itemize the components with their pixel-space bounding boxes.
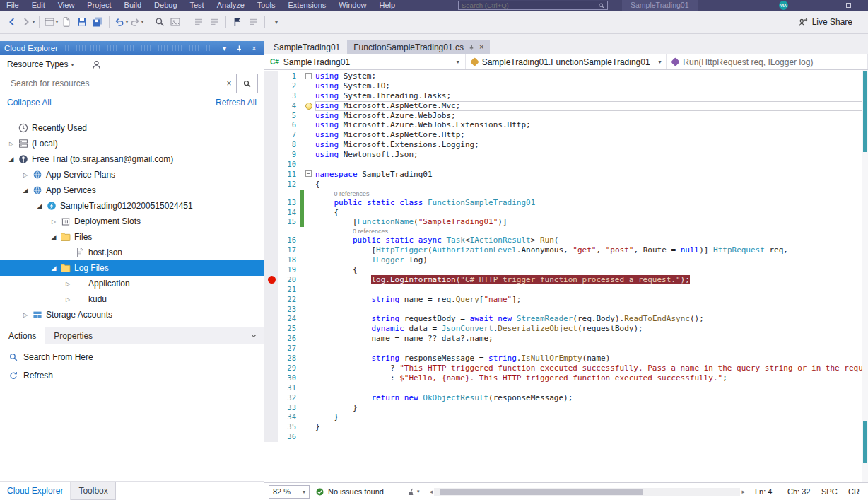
- code-line[interactable]: 10: [264, 160, 862, 170]
- code-line[interactable]: 14 {: [264, 208, 862, 218]
- breakpoint-margin[interactable]: [264, 130, 278, 140]
- cloud-explorer-title-bar[interactable]: Cloud Explorer ▾ ×: [0, 41, 264, 55]
- breakpoint-margin[interactable]: [264, 180, 278, 190]
- save-button[interactable]: [74, 13, 90, 30]
- avatar[interactable]: VIA: [779, 1, 788, 10]
- breakpoint-margin[interactable]: [264, 344, 278, 354]
- close-icon[interactable]: ×: [479, 43, 483, 51]
- code-editor[interactable]: 1−using System;2using System.IO;3using S…: [264, 70, 868, 482]
- breakpoint-margin[interactable]: [264, 354, 278, 364]
- fold-margin[interactable]: [304, 265, 315, 275]
- code-text[interactable]: [HttpTrigger(AuthorizationLevel.Anonymou…: [315, 245, 862, 255]
- tree-item-app-services[interactable]: ◢App Services: [0, 182, 264, 198]
- code-text[interactable]: using Microsoft.Azure.WebJobs;: [315, 111, 862, 121]
- expander-open-icon[interactable]: ◢: [48, 233, 59, 240]
- code-text[interactable]: string responseMessage = string.IsNullOr…: [315, 354, 862, 364]
- document-tab-functionsampletrading01-cs[interactable]: FunctionSampleTrading01.cs×: [347, 40, 490, 54]
- code-text[interactable]: string name = req.Query["name"];: [315, 295, 862, 305]
- fold-margin[interactable]: [304, 334, 315, 344]
- code-text[interactable]: [315, 383, 862, 393]
- breakpoint-margin[interactable]: [264, 170, 278, 180]
- code-line[interactable]: 7using Microsoft.AspNetCore.Http;: [264, 130, 862, 140]
- chevron-down-icon[interactable]: ▾: [71, 62, 74, 68]
- expander-closed-icon[interactable]: ▷: [62, 296, 74, 303]
- breakpoint-margin[interactable]: [264, 81, 278, 91]
- horizontal-scrollbar-track[interactable]: [434, 488, 741, 496]
- code-line[interactable]: 2using System.IO;: [264, 81, 862, 91]
- code-line[interactable]: 13 public static class FunctionSampleTra…: [264, 198, 862, 208]
- code-line[interactable]: 30 : $"Hello, {name}. This HTTP triggere…: [264, 373, 862, 383]
- fold-margin[interactable]: [304, 432, 315, 442]
- breakpoint-margin[interactable]: [264, 334, 278, 344]
- menu-view[interactable]: View: [52, 0, 81, 11]
- fold-margin[interactable]: [304, 364, 315, 373]
- account-person-icon[interactable]: [91, 59, 102, 70]
- vertical-scrollbar-thumb[interactable]: [863, 71, 867, 152]
- breakpoint-margin[interactable]: [264, 432, 278, 442]
- breakpoint-margin[interactable]: [264, 275, 278, 285]
- code-text[interactable]: {: [315, 208, 862, 218]
- menu-help[interactable]: Help: [373, 0, 401, 11]
- live-share-button[interactable]: Live Share: [798, 17, 852, 28]
- code-line[interactable]: 17 [HttpTrigger(AuthorizationLevel.Anony…: [264, 245, 862, 255]
- code-line[interactable]: 15 [FunctionName("SampleTrading01")]: [264, 217, 862, 227]
- breakpoint-margin[interactable]: [264, 364, 278, 373]
- breakpoint-margin[interactable]: [264, 217, 278, 227]
- code-text[interactable]: [315, 344, 862, 354]
- breakpoint-dot[interactable]: [268, 276, 276, 284]
- menu-build[interactable]: Build: [118, 0, 148, 11]
- breakpoint-margin[interactable]: [264, 140, 278, 150]
- breakpoint-margin[interactable]: [264, 111, 278, 121]
- code-text[interactable]: [315, 285, 862, 295]
- code-text[interactable]: }: [315, 412, 862, 422]
- menu-tools[interactable]: Tools: [251, 0, 282, 11]
- code-line[interactable]: 9using Newtonsoft.Json;: [264, 150, 862, 160]
- code-text[interactable]: {: [315, 180, 862, 190]
- menu-project[interactable]: Project: [81, 0, 117, 11]
- fold-margin[interactable]: [304, 403, 315, 413]
- code-text[interactable]: : $"Hello, {name}. This HTTP triggered f…: [315, 373, 862, 383]
- scroll-right-icon[interactable]: ▸: [741, 488, 745, 495]
- tree-item-storage-accounts[interactable]: ▷Storage Accounts: [0, 307, 264, 322]
- breakpoint-margin[interactable]: [264, 198, 278, 208]
- toolbar-overflow-button[interactable]: ▾: [269, 13, 284, 30]
- code-text[interactable]: using System;: [315, 71, 862, 81]
- fold-margin[interactable]: [304, 81, 315, 91]
- collapse-pane-icon[interactable]: [250, 327, 264, 344]
- member-dropdown[interactable]: Run(HttpRequest req, ILogger log): [667, 54, 868, 69]
- fold-margin[interactable]: [304, 245, 315, 255]
- code-text[interactable]: ILogger log): [315, 255, 862, 265]
- code-line[interactable]: 3using System.Threading.Tasks;: [264, 91, 862, 101]
- breakpoint-margin[interactable]: [264, 403, 278, 413]
- eol-indicator[interactable]: CR: [848, 487, 867, 496]
- code-line[interactable]: 29 ? "This HTTP triggered function execu…: [264, 364, 862, 373]
- tree-item-local[interactable]: ▷(Local): [0, 136, 264, 151]
- code-line[interactable]: 22 string name = req.Query["name"];: [264, 295, 862, 305]
- collapse-all-link[interactable]: Collapse All: [7, 98, 52, 107]
- fold-margin[interactable]: [304, 140, 315, 150]
- new-project-button[interactable]: ▾: [43, 13, 59, 30]
- chevron-down-icon[interactable]: ▾: [33, 19, 35, 25]
- fold-margin[interactable]: [304, 198, 315, 208]
- breakpoint-margin[interactable]: [264, 91, 278, 101]
- comment-lines-button[interactable]: [191, 13, 206, 30]
- code-text[interactable]: public static async Task<IActionResult> …: [315, 236, 862, 245]
- fold-margin[interactable]: [304, 324, 315, 334]
- expander-open-icon[interactable]: ◢: [6, 156, 17, 163]
- fold-margin[interactable]: [304, 150, 315, 160]
- code-line[interactable]: 27: [264, 344, 862, 354]
- quick-search-input[interactable]: [459, 1, 598, 9]
- type-dropdown[interactable]: SampleTrading01.FunctionSampleTrading01 …: [466, 54, 667, 69]
- panel-tab-toolbox[interactable]: Toolbox: [71, 482, 115, 500]
- fold-margin[interactable]: [304, 111, 315, 121]
- fold-margin[interactable]: [304, 373, 315, 383]
- undo-button[interactable]: ▾: [113, 13, 129, 30]
- menu-edit[interactable]: Edit: [25, 0, 52, 11]
- expander-open-icon[interactable]: ◢: [34, 202, 45, 209]
- fold-margin[interactable]: [304, 344, 315, 354]
- save-all-button[interactable]: [90, 13, 105, 30]
- code-line[interactable]: 1−using System;: [264, 71, 862, 81]
- code-line[interactable]: 31: [264, 383, 862, 393]
- tree-item-application[interactable]: ▷Application: [0, 276, 264, 291]
- code-line[interactable]: 28 string responseMessage = string.IsNul…: [264, 354, 862, 364]
